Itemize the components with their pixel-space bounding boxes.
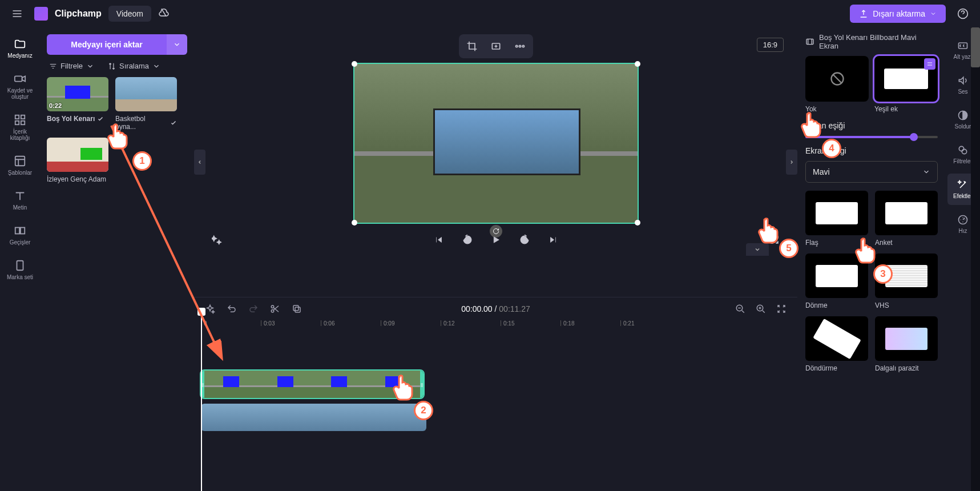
import-dropdown-button[interactable] — [167, 34, 187, 55]
sidebar-item-text[interactable]: Metin — [3, 184, 37, 216]
redo-button[interactable] — [247, 302, 260, 316]
resize-handle[interactable] — [352, 61, 357, 67]
forward-5-button[interactable] — [515, 231, 534, 249]
preview-toolbar — [459, 34, 533, 58]
clip-icon — [805, 37, 814, 46]
timeline-clip[interactable]: || || — [201, 371, 424, 398]
scrollbar[interactable] — [971, 27, 980, 491]
help-button[interactable] — [953, 3, 973, 24]
svg-rect-1 — [15, 76, 22, 81]
sidebar-item-label: Geçişler — [10, 239, 31, 246]
collapse-left-button[interactable] — [194, 150, 205, 175]
media-item[interactable]: 0:22 Boş Yol Kenarı — [47, 77, 108, 131]
effect-none-option[interactable] — [805, 56, 869, 102]
properties-panel: Boş Yol Kenarı Billboard Mavi Ekran Yok … — [797, 27, 946, 491]
sidebar-item-media[interactable]: Medyanız — [3, 32, 37, 65]
media-thumbnail[interactable]: 0:16 — [115, 77, 177, 111]
skip-start-button[interactable] — [430, 231, 448, 249]
preview-area: 16:9 — [194, 27, 797, 297]
effect-settings-button[interactable] — [924, 58, 935, 70]
fx-rotate[interactable] — [805, 316, 868, 361]
import-media-button[interactable]: Medyayı içeri aktar — [47, 34, 187, 55]
filter-button[interactable]: Filtrele — [49, 62, 94, 70]
playhead[interactable] — [201, 312, 202, 491]
cloud-sync-icon[interactable] — [158, 7, 170, 21]
tracks-area[interactable]: || || — [194, 335, 797, 491]
selected-clip-title: Boş Yol Kenarı Billboard Mavi Ekran — [819, 33, 938, 50]
app-logo — [34, 7, 48, 21]
media-thumbnail[interactable]: 0:15 — [47, 138, 108, 172]
preview-canvas[interactable] — [353, 63, 639, 224]
rewind-5-button[interactable] — [458, 231, 477, 249]
zoom-out-button[interactable] — [733, 302, 747, 316]
sidebar-item-library[interactable]: İçerik kitaplığı — [3, 108, 37, 147]
sidebar-item-label: Şablonlar — [8, 170, 32, 176]
fit-timeline-button[interactable] — [775, 302, 788, 316]
fx-poll[interactable] — [875, 191, 938, 235]
media-item-name: İzleyen Genç Adam — [47, 175, 106, 183]
timeline-time-display: 00:00.00 / 00:11.27 — [461, 304, 530, 313]
center-column: 16:9 — [194, 27, 797, 491]
export-button[interactable]: Dışarı aktarma — [850, 5, 946, 23]
sidebar-item-brandkit[interactable]: Marka seti — [3, 253, 37, 286]
clip-handle-right[interactable]: || — [420, 371, 424, 398]
check-icon — [170, 119, 177, 126]
media-item[interactable]: 0:16 Basketbol oyna... — [115, 77, 177, 131]
skip-end-button[interactable] — [544, 231, 562, 249]
svg-point-12 — [519, 45, 521, 47]
svg-rect-2 — [15, 115, 19, 119]
color-label: Ekran rengi — [805, 146, 938, 155]
media-item-name: Basketbol oyna... — [115, 115, 168, 131]
fx-spin[interactable] — [805, 253, 868, 298]
sidebar-item-transitions[interactable]: Geçişler — [3, 219, 37, 251]
ai-magic-button[interactable] — [208, 231, 226, 249]
svg-rect-6 — [15, 156, 25, 166]
sidebar-item-label: Metin — [13, 204, 27, 211]
copy-button[interactable] — [290, 302, 304, 316]
svg-rect-7 — [15, 228, 19, 234]
fit-button[interactable] — [487, 38, 505, 55]
svg-rect-17 — [293, 305, 299, 311]
timeline-ruler[interactable]: 0 0:03 0:06 0:09 0:12 0:15 0:18 0:21 — [201, 320, 797, 335]
timeline-pane: 00:00.00 / 00:11.27 0 0:03 0:06 0:09 0:1… — [194, 297, 797, 491]
collapse-right-button[interactable] — [786, 150, 797, 175]
aspect-ratio-selector[interactable]: 16:9 — [757, 38, 784, 52]
svg-rect-9 — [17, 261, 23, 271]
crop-button[interactable] — [463, 38, 481, 55]
svg-rect-8 — [21, 228, 25, 234]
resize-handle[interactable] — [635, 61, 640, 67]
media-item-name: Boş Yol Kenarı — [47, 115, 95, 123]
more-button[interactable] — [511, 38, 529, 55]
timeline-clip[interactable] — [201, 404, 426, 431]
svg-rect-3 — [21, 115, 25, 119]
undo-button[interactable] — [225, 302, 239, 316]
zoom-in-button[interactable] — [754, 302, 768, 316]
player-controls — [194, 224, 797, 256]
project-title[interactable]: Videom — [108, 6, 151, 22]
sidebar-item-templates[interactable]: Şablonlar — [3, 149, 37, 182]
media-thumbnail[interactable]: 0:22 — [47, 77, 108, 111]
svg-rect-20 — [806, 39, 813, 44]
scrollbar-thumb[interactable] — [971, 27, 980, 67]
menu-button[interactable] — [7, 3, 27, 24]
split-button[interactable] — [268, 302, 282, 316]
import-main-button[interactable]: Medyayı içeri aktar — [47, 34, 167, 55]
sort-button[interactable]: Sıralama — [108, 62, 160, 70]
export-label: Dışarı aktarma — [873, 9, 925, 18]
fx-vhs[interactable] — [875, 253, 938, 298]
slider-thumb[interactable] — [910, 133, 918, 141]
media-item[interactable]: 0:15 İzleyen Genç Adam — [47, 138, 108, 183]
fx-flash[interactable] — [805, 191, 868, 235]
svg-point-11 — [515, 45, 517, 47]
svg-rect-16 — [295, 307, 300, 312]
screen-color-dropdown[interactable]: Mavi — [805, 161, 938, 183]
app-brand: Clipchamp — [55, 9, 102, 19]
play-button[interactable] — [487, 231, 505, 249]
effect-greenscreen-option[interactable] — [874, 56, 938, 102]
collapse-timeline-button[interactable] — [746, 243, 769, 256]
sidebar-item-record[interactable]: Kaydet ve oluştur — [3, 67, 37, 106]
threshold-slider[interactable] — [805, 136, 938, 138]
timeline-toolbar: 00:00.00 / 00:11.27 — [194, 297, 797, 320]
fx-glitch[interactable] — [875, 316, 938, 361]
effect-label: Yeşil ek — [874, 105, 938, 113]
